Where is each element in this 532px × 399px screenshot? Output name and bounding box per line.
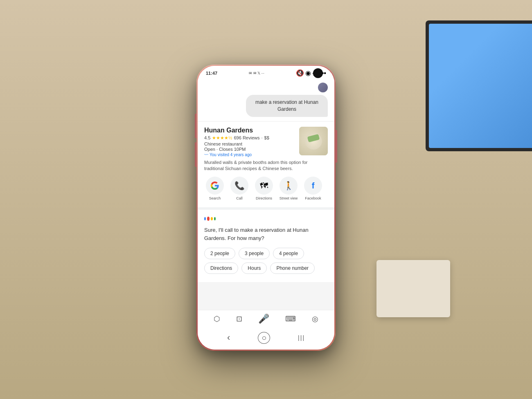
home-button[interactable]: ○ xyxy=(258,332,270,344)
restaurant-type: Chinese restaurant xyxy=(204,141,295,146)
location-icon: ◉ xyxy=(305,69,311,77)
rating-number: 4.5 xyxy=(204,135,210,140)
restaurant-header: Hunan Gardens 4.5 ★★★★½ 696 Reviews · $$… xyxy=(204,127,328,157)
chip-4-people[interactable]: 4 people xyxy=(273,248,304,259)
restaurant-name: Hunan Gardens xyxy=(204,127,295,134)
restaurant-rating: 4.5 ★★★★½ 696 Reviews · $$ xyxy=(204,135,295,141)
status-time: 11:47 xyxy=(206,71,217,76)
directions-action-button[interactable]: 🗺 Directions xyxy=(253,177,275,201)
avatar xyxy=(318,83,328,92)
review-count: 696 Reviews xyxy=(234,135,259,140)
assistant-header xyxy=(204,215,328,223)
facebook-icon: f xyxy=(312,181,315,191)
visit-text: You visited 4 years ago xyxy=(210,152,252,157)
assistant-section: Sure, I'll call to make a reservation at… xyxy=(198,210,334,282)
phone-wrapper: 11:47 ✉ ✉ 𝕏 ··· 🔇 ◉ ◌ ▪▪▪ make a reserva… xyxy=(196,65,336,351)
facebook-icon-circle[interactable]: f xyxy=(304,177,322,195)
search-action-label: Search xyxy=(209,196,221,201)
price: $$ xyxy=(264,135,269,140)
street-view-action-label: Street view xyxy=(280,196,298,201)
restaurant-info: Hunan Gardens 4.5 ★★★★½ 696 Reviews · $$… xyxy=(204,127,295,157)
screen-icon[interactable]: ⊡ xyxy=(236,314,242,323)
street-view-action-button[interactable]: 🚶 Street view xyxy=(278,177,299,201)
chip-hours[interactable]: Hours xyxy=(241,262,267,274)
bottom-input-bar: ⬡ ⊡ 🎤 ⌨ ◎ xyxy=(198,310,334,327)
mute-icon: 🔇 xyxy=(296,69,304,77)
keyboard-icon[interactable]: ⌨ xyxy=(285,314,296,323)
phone-screen: 11:47 ✉ ✉ 𝕏 ··· 🔇 ◉ ◌ ▪▪▪ make a reserva… xyxy=(198,66,334,350)
monitor-decoration xyxy=(426,20,532,151)
facebook-action-label: Facebook xyxy=(305,196,321,201)
assistant-dot-blue xyxy=(204,217,206,220)
status-notifications: ✉ ✉ 𝕏 ··· xyxy=(249,71,264,75)
compass-icon[interactable]: ◎ xyxy=(312,314,318,323)
directions-action-label: Directions xyxy=(256,196,272,201)
restaurant-image xyxy=(299,127,328,155)
trend-icon: 〰 xyxy=(204,152,208,157)
search-action-button[interactable]: Search xyxy=(204,177,225,201)
website-action-button[interactable]: 🌐 Website xyxy=(327,177,328,201)
street-view-icon-circle[interactable]: 🚶 xyxy=(280,177,298,195)
microphone-icon[interactable]: 🎤 xyxy=(258,314,269,324)
rating-stars: ★★★★½ xyxy=(212,135,232,141)
price-range: · xyxy=(261,135,262,140)
restaurant-hours: Open · Closes 10PM xyxy=(204,147,295,152)
map-icon: 🗺 xyxy=(260,181,268,191)
chip-directions[interactable]: Directions xyxy=(204,262,238,274)
assistant-dot-yellow xyxy=(211,217,212,220)
assistant-dot-green xyxy=(214,217,216,220)
search-icon-circle[interactable] xyxy=(206,177,224,195)
action-buttons-row: Search 📞 Call 🗺 Directio xyxy=(204,177,328,202)
google-assistant-icon xyxy=(204,215,216,223)
frame-decoration xyxy=(376,260,450,317)
back-button[interactable]: ‹ xyxy=(221,331,237,345)
call-action-label: Call xyxy=(236,196,243,201)
nav-bar: ‹ ○ ||| xyxy=(198,327,334,350)
facebook-action-button[interactable]: f Facebook xyxy=(302,177,324,201)
phone-body: 11:47 ✉ ✉ 𝕏 ··· 🔇 ◉ ◌ ▪▪▪ make a reserva… xyxy=(196,65,336,351)
phone-icon: 📞 xyxy=(234,181,245,191)
google-g-icon xyxy=(210,181,219,190)
front-camera xyxy=(313,68,323,78)
chips-row-1: 2 people 3 people 4 people xyxy=(204,248,328,259)
user-message-bubble: make a reservation at Hunan Gardens xyxy=(246,95,328,117)
screen-content[interactable]: make a reservation at Hunan Gardens Huna… xyxy=(198,78,334,310)
call-action-button[interactable]: 📞 Call xyxy=(229,177,250,201)
expand-icon[interactable]: ⬡ xyxy=(214,314,220,323)
restaurant-description: Muralled walls & private booths adorn th… xyxy=(204,159,328,172)
user-message-area: make a reservation at Hunan Gardens xyxy=(198,78,334,121)
chips-row-2: Directions Hours Phone number xyxy=(204,262,328,274)
food-photo xyxy=(299,127,328,155)
restaurant-visit: 〰 You visited 4 years ago xyxy=(204,152,295,157)
chip-3-people[interactable]: 3 people xyxy=(239,248,270,259)
directions-icon-circle[interactable]: 🗺 xyxy=(255,177,273,195)
assistant-response-text: Sure, I'll call to make a reservation at… xyxy=(204,226,328,242)
chip-2-people[interactable]: 2 people xyxy=(204,248,235,259)
chip-phone-number[interactable]: Phone number xyxy=(270,262,315,274)
call-icon-circle[interactable]: 📞 xyxy=(230,177,248,195)
restaurant-card: Hunan Gardens 4.5 ★★★★½ 696 Reviews · $$… xyxy=(198,122,334,208)
assistant-dot-red xyxy=(207,217,210,221)
recents-button[interactable]: ||| xyxy=(291,333,311,343)
street-view-icon: 🚶 xyxy=(284,181,294,191)
